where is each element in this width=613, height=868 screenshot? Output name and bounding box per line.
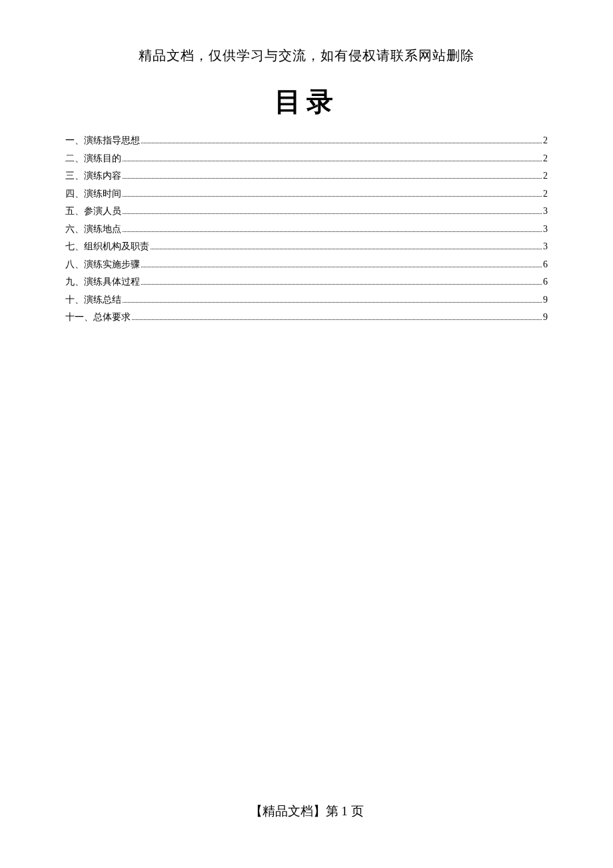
toc-entry-label: 八、演练实施步骤 bbox=[65, 260, 140, 269]
toc-dots-leader bbox=[123, 178, 542, 179]
toc-entry-page: 6 bbox=[543, 277, 548, 287]
toc-entry: 十一、总体要求 9 bbox=[65, 313, 548, 322]
toc-entry-page: 2 bbox=[543, 136, 548, 145]
toc-entry-page: 2 bbox=[543, 171, 548, 181]
toc-dots-leader bbox=[132, 319, 542, 320]
toc-dots-leader bbox=[123, 161, 542, 161]
toc-list: 一、演练指导思想 2 二、演练目的 2 三、演练内容 2 四、演练时间 2 五、… bbox=[53, 136, 560, 322]
toc-entry: 九、演练具体过程 6 bbox=[65, 277, 548, 287]
toc-entry-page: 3 bbox=[543, 225, 548, 234]
toc-entry-page: 2 bbox=[543, 189, 548, 199]
toc-entry-label: 七、组织机构及职责 bbox=[65, 242, 149, 251]
toc-entry-label: 十一、总体要求 bbox=[65, 313, 131, 322]
header-notice: 精品文档，仅供学习与交流，如有侵权请联系网站删除 bbox=[53, 47, 560, 65]
toc-entry: 七、组织机构及职责 3 bbox=[65, 242, 548, 251]
toc-entry: 二、演练目的 2 bbox=[65, 154, 548, 163]
toc-dots-leader bbox=[123, 231, 542, 232]
toc-entry: 六、演练地点 3 bbox=[65, 225, 548, 234]
toc-entry-page: 6 bbox=[543, 260, 548, 269]
toc-entry-page: 9 bbox=[543, 313, 548, 322]
toc-entry-label: 九、演练具体过程 bbox=[65, 277, 140, 287]
toc-entry: 五、参演人员 3 bbox=[65, 207, 548, 216]
toc-entry-page: 2 bbox=[543, 154, 548, 163]
toc-entry: 四、演练时间 2 bbox=[65, 189, 548, 199]
toc-entry-label: 二、演练目的 bbox=[65, 154, 121, 163]
toc-dots-leader bbox=[141, 143, 542, 143]
toc-dots-leader bbox=[123, 213, 542, 214]
toc-entry-label: 三、演练内容 bbox=[65, 171, 121, 181]
toc-entry-label: 十、演练总结 bbox=[65, 295, 121, 305]
toc-entry-label: 五、参演人员 bbox=[65, 207, 121, 216]
toc-dots-leader bbox=[151, 249, 542, 249]
toc-entry-label: 一、演练指导思想 bbox=[65, 136, 140, 145]
toc-dots-leader bbox=[123, 302, 542, 303]
toc-entry: 八、演练实施步骤 6 bbox=[65, 260, 548, 269]
toc-dots-leader bbox=[141, 267, 542, 267]
document-page: 精品文档，仅供学习与交流，如有侵权请联系网站删除 目录 一、演练指导思想 2 二… bbox=[0, 0, 613, 322]
toc-entry-page: 9 bbox=[543, 295, 548, 305]
toc-entry: 一、演练指导思想 2 bbox=[65, 136, 548, 145]
toc-title: 目录 bbox=[53, 83, 560, 120]
toc-dots-leader bbox=[141, 284, 542, 285]
toc-entry-page: 3 bbox=[543, 207, 548, 216]
toc-entry-page: 3 bbox=[543, 242, 548, 251]
toc-entry: 三、演练内容 2 bbox=[65, 171, 548, 181]
toc-entry: 十、演练总结 9 bbox=[65, 295, 548, 305]
page-footer: 【精品文档】第 1 页 bbox=[0, 803, 613, 820]
toc-entry-label: 四、演练时间 bbox=[65, 189, 121, 199]
toc-entry-label: 六、演练地点 bbox=[65, 225, 121, 234]
toc-dots-leader bbox=[123, 196, 542, 197]
